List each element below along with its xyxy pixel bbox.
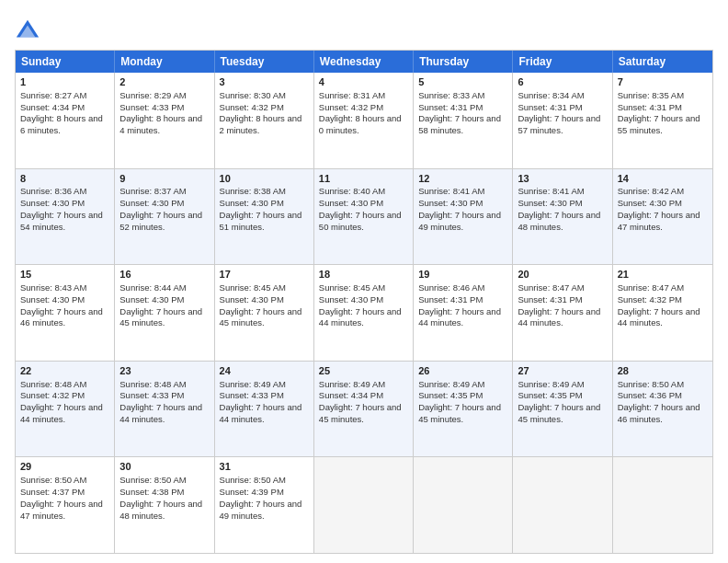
day-cell-1: 1Sunrise: 8:27 AMSunset: 4:34 PMDaylight… xyxy=(16,73,115,168)
logo-icon xyxy=(15,18,40,44)
day-cell-18: 18Sunrise: 8:45 AMSunset: 4:30 PMDayligh… xyxy=(314,265,414,361)
day-number: 9 xyxy=(119,172,209,186)
logo xyxy=(15,18,42,44)
header-day-tuesday: Tuesday xyxy=(215,51,314,73)
header-day-sunday: Sunday xyxy=(16,51,115,73)
day-number: 22 xyxy=(20,364,109,378)
header-day-saturday: Saturday xyxy=(613,51,712,73)
page: SundayMondayTuesdayWednesdayThursdayFrid… xyxy=(0,0,728,563)
week-row-5: 29Sunrise: 8:50 AMSunset: 4:37 PMDayligh… xyxy=(16,456,712,553)
day-number: 23 xyxy=(119,364,209,378)
day-number: 4 xyxy=(319,75,408,89)
day-number: 2 xyxy=(119,75,209,89)
day-cell-22: 22Sunrise: 8:48 AMSunset: 4:32 PMDayligh… xyxy=(16,362,115,457)
day-number: 11 xyxy=(319,172,408,186)
day-cell-31: 31Sunrise: 8:50 AMSunset: 4:39 PMDayligh… xyxy=(215,457,314,553)
day-cell-23: 23Sunrise: 8:48 AMSunset: 4:33 PMDayligh… xyxy=(115,362,214,457)
calendar: SundayMondayTuesdayWednesdayThursdayFrid… xyxy=(15,50,713,554)
calendar-body: 1Sunrise: 8:27 AMSunset: 4:34 PMDaylight… xyxy=(16,73,712,553)
day-cell-6: 6Sunrise: 8:34 AMSunset: 4:31 PMDaylight… xyxy=(513,73,612,168)
day-cell-19: 19Sunrise: 8:46 AMSunset: 4:31 PMDayligh… xyxy=(414,265,513,361)
day-cell-12: 12Sunrise: 8:41 AMSunset: 4:30 PMDayligh… xyxy=(414,169,513,265)
day-number: 28 xyxy=(618,364,708,378)
day-cell-28: 28Sunrise: 8:50 AMSunset: 4:36 PMDayligh… xyxy=(613,362,712,457)
day-cell-17: 17Sunrise: 8:45 AMSunset: 4:30 PMDayligh… xyxy=(215,265,314,361)
day-number: 14 xyxy=(618,172,708,186)
calendar-header: SundayMondayTuesdayWednesdayThursdayFrid… xyxy=(16,51,712,73)
day-cell-15: 15Sunrise: 8:43 AMSunset: 4:30 PMDayligh… xyxy=(16,265,115,361)
week-row-1: 1Sunrise: 8:27 AMSunset: 4:34 PMDaylight… xyxy=(16,73,712,168)
day-number: 10 xyxy=(220,172,309,186)
day-cell-11: 11Sunrise: 8:40 AMSunset: 4:30 PMDayligh… xyxy=(314,169,414,265)
day-cell-16: 16Sunrise: 8:44 AMSunset: 4:30 PMDayligh… xyxy=(115,265,214,361)
day-cell-24: 24Sunrise: 8:49 AMSunset: 4:33 PMDayligh… xyxy=(215,362,314,457)
header-day-wednesday: Wednesday xyxy=(314,51,414,73)
day-cell-2: 2Sunrise: 8:29 AMSunset: 4:33 PMDaylight… xyxy=(115,73,214,168)
day-cell-20: 20Sunrise: 8:47 AMSunset: 4:31 PMDayligh… xyxy=(513,265,612,361)
day-number: 24 xyxy=(220,364,309,378)
header-day-monday: Monday xyxy=(115,51,214,73)
day-number: 31 xyxy=(220,460,309,474)
day-cell-25: 25Sunrise: 8:49 AMSunset: 4:34 PMDayligh… xyxy=(314,362,414,457)
day-cell-30: 30Sunrise: 8:50 AMSunset: 4:38 PMDayligh… xyxy=(115,457,214,553)
day-number: 16 xyxy=(119,268,209,282)
day-number: 25 xyxy=(319,364,408,378)
day-number: 5 xyxy=(418,75,507,89)
day-number: 30 xyxy=(119,460,209,474)
day-number: 12 xyxy=(418,172,507,186)
day-number: 20 xyxy=(518,268,607,282)
day-number: 1 xyxy=(20,75,109,89)
day-number: 26 xyxy=(418,364,507,378)
day-cell-8: 8Sunrise: 8:36 AMSunset: 4:30 PMDaylight… xyxy=(16,169,115,265)
week-row-3: 15Sunrise: 8:43 AMSunset: 4:30 PMDayligh… xyxy=(16,264,712,361)
day-cell-3: 3Sunrise: 8:30 AMSunset: 4:32 PMDaylight… xyxy=(215,73,314,168)
day-number: 6 xyxy=(518,75,607,89)
day-cell-14: 14Sunrise: 8:42 AMSunset: 4:30 PMDayligh… xyxy=(613,169,712,265)
empty-cell xyxy=(513,457,612,553)
header-day-friday: Friday xyxy=(513,51,612,73)
day-number: 7 xyxy=(618,75,708,89)
day-number: 21 xyxy=(618,268,708,282)
day-number: 29 xyxy=(20,460,109,474)
day-number: 18 xyxy=(319,268,408,282)
header xyxy=(15,15,713,44)
week-row-2: 8Sunrise: 8:36 AMSunset: 4:30 PMDaylight… xyxy=(16,168,712,265)
day-number: 15 xyxy=(20,268,109,282)
day-cell-5: 5Sunrise: 8:33 AMSunset: 4:31 PMDaylight… xyxy=(414,73,513,168)
day-number: 3 xyxy=(220,75,309,89)
day-cell-7: 7Sunrise: 8:35 AMSunset: 4:31 PMDaylight… xyxy=(613,73,712,168)
empty-cell xyxy=(314,457,414,553)
day-cell-4: 4Sunrise: 8:31 AMSunset: 4:32 PMDaylight… xyxy=(314,73,414,168)
day-cell-9: 9Sunrise: 8:37 AMSunset: 4:30 PMDaylight… xyxy=(115,169,214,265)
header-day-thursday: Thursday xyxy=(414,51,513,73)
day-number: 27 xyxy=(518,364,607,378)
day-cell-21: 21Sunrise: 8:47 AMSunset: 4:32 PMDayligh… xyxy=(613,265,712,361)
day-cell-26: 26Sunrise: 8:49 AMSunset: 4:35 PMDayligh… xyxy=(414,362,513,457)
day-cell-27: 27Sunrise: 8:49 AMSunset: 4:35 PMDayligh… xyxy=(513,362,612,457)
empty-cell xyxy=(613,457,712,553)
day-number: 13 xyxy=(518,172,607,186)
week-row-4: 22Sunrise: 8:48 AMSunset: 4:32 PMDayligh… xyxy=(16,361,712,457)
empty-cell xyxy=(414,457,513,553)
day-cell-29: 29Sunrise: 8:50 AMSunset: 4:37 PMDayligh… xyxy=(16,457,115,553)
day-cell-10: 10Sunrise: 8:38 AMSunset: 4:30 PMDayligh… xyxy=(215,169,314,265)
day-number: 19 xyxy=(418,268,507,282)
day-number: 8 xyxy=(20,172,109,186)
day-cell-13: 13Sunrise: 8:41 AMSunset: 4:30 PMDayligh… xyxy=(513,169,612,265)
day-number: 17 xyxy=(220,268,309,282)
